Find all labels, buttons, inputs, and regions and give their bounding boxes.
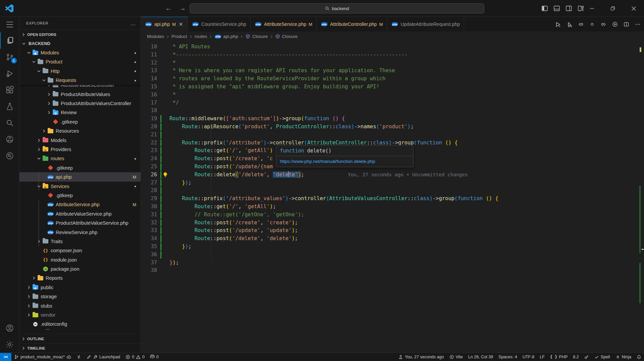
open-change-icon[interactable] <box>589 21 595 27</box>
code-line-31[interactable]: 31 // Route::get('/getOne', 'getOne'); <box>141 211 639 219</box>
tree-item--[interactable]: ... <box>19 329 141 333</box>
status-blame-author[interactable]: You, 27 seconds ago <box>396 353 446 361</box>
chevron-down-icon[interactable] <box>36 155 42 162</box>
tab-countriesservice-php[interactable]: phpCountriesService.php <box>188 17 251 32</box>
tree-item-routes[interactable]: routes● <box>19 154 141 163</box>
tree-item-package-json[interactable]: JSpackage.json <box>19 264 141 273</box>
close-icon[interactable] <box>178 21 184 27</box>
tree-item-productattributevaluescontroller[interactable]: ProductAttributeValuesController <box>19 99 141 108</box>
status-problems[interactable]: 00 <box>123 353 147 361</box>
chevron-right-icon[interactable] <box>46 91 52 97</box>
chevron-right-icon[interactable] <box>46 109 52 116</box>
status-launchpad[interactable]: Launchpad <box>84 353 123 361</box>
timeline-section[interactable]: TIMELINE <box>19 343 141 353</box>
tree-item-public[interactable]: public <box>19 283 141 292</box>
tree-item-reports[interactable]: Reports <box>19 274 141 283</box>
close-button[interactable] <box>623 0 644 17</box>
tree-item-vendor[interactable]: vendor <box>19 310 141 319</box>
toggle-secondary-sidebar-icon[interactable] <box>565 5 572 12</box>
breadcrumb-item-modules[interactable]: Modules <box>147 34 164 39</box>
status-intelephense-key[interactable] <box>582 353 592 361</box>
code-line-17[interactable]: 17 */ <box>141 99 639 107</box>
chevron-down-icon[interactable] <box>31 59 37 65</box>
tree-item-attributevalueservice-php[interactable]: phpAttributeValueService.php <box>19 209 141 218</box>
code-line-38[interactable]: 38 <box>141 267 639 275</box>
status-remote[interactable]: >< <box>0 353 11 361</box>
code-line-19[interactable]: 19Route::middleware(['auth:sanctum'])->g… <box>141 115 639 123</box>
activity-settings-icon[interactable] <box>0 336 19 353</box>
code-line-14[interactable]: 14 * routes are loaded by the RouteServi… <box>141 75 639 83</box>
tooltip-link[interactable]: https://www.php.net/manual/function.dele… <box>276 156 413 167</box>
status-encoding[interactable]: UTF-8 <box>520 353 537 361</box>
chevron-right-icon[interactable] <box>41 128 47 134</box>
outline-section[interactable]: OUTLINE <box>19 334 141 343</box>
activity-explorer-icon[interactable] <box>0 32 19 49</box>
code-line-32[interactable]: 32 Route::post('/create', 'create'); <box>141 219 639 227</box>
activity-run-debug-icon[interactable] <box>0 65 19 82</box>
tree-item-modules[interactable]: Modules● <box>19 48 141 57</box>
run-circle-icon[interactable] <box>612 21 618 27</box>
code-line-35[interactable]: 35 }); <box>141 243 639 251</box>
status-language-php[interactable]: { }PHP <box>547 353 570 361</box>
activity-testing-icon[interactable] <box>0 98 19 115</box>
open-editors-section[interactable]: OPEN EDITORS <box>19 30 141 39</box>
activity-account-icon[interactable] <box>0 320 19 336</box>
tree-item-models[interactable]: Models <box>19 136 141 145</box>
chevron-down-icon[interactable] <box>36 68 42 74</box>
status-spell[interactable]: Spell <box>592 353 613 361</box>
minimize-button[interactable] <box>582 0 602 17</box>
tree-item-product[interactable]: Product● <box>19 57 141 66</box>
toggle-panel-icon[interactable] <box>553 5 560 12</box>
lightbulb-icon[interactable] <box>162 172 168 178</box>
nav-forward-icon[interactable]: → <box>178 4 187 13</box>
code-line-29[interactable]: 29 Route::prefix('/attribute_values')->c… <box>141 195 639 203</box>
breadcrumb-item-closure[interactable]: Closure <box>245 34 268 39</box>
tree-item-http[interactable]: Http● <box>19 66 141 76</box>
tab-updateattributerequest-php[interactable]: phpUpdateAttributeRequest.php <box>387 17 464 32</box>
run-with-dropdown-icon[interactable] <box>555 21 561 27</box>
breadcrumb-item-product[interactable]: Product <box>171 34 187 39</box>
code-line-20[interactable]: 20 Route::apiResource('product', Product… <box>141 123 639 131</box>
tree-item-attributeservice-php[interactable]: phpAttributeService.phpM <box>19 200 141 209</box>
restore-button[interactable] <box>602 0 623 17</box>
tree-item-reviewservice-php[interactable]: phpReviewService.php <box>19 228 141 237</box>
code-line-34[interactable]: 34 Route::post('/delete', 'delete'); <box>141 235 639 243</box>
chevron-down-icon[interactable] <box>41 77 47 83</box>
code-line-33[interactable]: 33 Route::post('/update', 'update'); <box>141 227 639 235</box>
chevron-right-icon[interactable] <box>26 303 32 309</box>
tree-item-composer-json[interactable]: {}composer.json <box>19 246 141 255</box>
split-editor-icon[interactable] <box>624 21 629 27</box>
tree-item-storage[interactable]: storage <box>19 292 141 301</box>
chevron-right-icon[interactable] <box>36 146 42 152</box>
tree-item-review[interactable]: Review <box>19 108 141 117</box>
code-line-36[interactable]: 36 <box>141 251 639 259</box>
tree-item-requests[interactable]: Requests● <box>19 76 141 85</box>
code-line-15[interactable]: 15 * is assigned the "api" middleware gr… <box>141 83 639 91</box>
code-line-26[interactable]: 26 Route::delete('/delete', 'delete');Yo… <box>141 171 639 179</box>
tree-item-providers[interactable]: Providers <box>19 145 141 154</box>
nav-back-icon[interactable]: ← <box>164 4 173 13</box>
code-editor[interactable]: 10 * API Routes11 *---------------------… <box>141 41 644 353</box>
pull-request-icon[interactable] <box>566 21 572 27</box>
status-git-branch[interactable]: product_module_moaz* <box>11 353 74 361</box>
tree-root-backend[interactable]: BACKEND <box>19 39 141 48</box>
status-vite[interactable]: Vite <box>447 353 465 361</box>
chevron-down-icon[interactable] <box>26 50 32 56</box>
tree-item-stubs[interactable]: stubs <box>19 301 141 310</box>
tree-item--editorconfig[interactable]: .editorconfig <box>19 320 141 329</box>
code-line-12[interactable]: 12 * <box>141 59 639 67</box>
status-git-compare[interactable] <box>74 353 84 361</box>
chevron-right-icon[interactable] <box>46 100 52 106</box>
chevron-right-icon[interactable] <box>26 312 32 318</box>
tab-attributecontroller-php[interactable]: phpAttributeController.phpM <box>317 17 387 32</box>
code-line-11[interactable]: 11 *------------------------------------… <box>141 51 639 59</box>
code-line-27[interactable]: 27 }); <box>141 179 639 187</box>
code-line-13[interactable]: 13 * Here is where you can register API … <box>141 67 639 75</box>
status-eol[interactable]: LF <box>537 353 547 361</box>
command-center[interactable]: backend <box>190 3 484 13</box>
activity-search-icon[interactable] <box>0 115 19 131</box>
tree-item-module-json[interactable]: {}module.json <box>19 255 141 264</box>
activity-code-search-icon[interactable] <box>0 147 19 164</box>
more-icon[interactable] <box>635 21 641 27</box>
tree-item-productattributevalues[interactable]: ProductAttributeValues <box>19 90 141 99</box>
